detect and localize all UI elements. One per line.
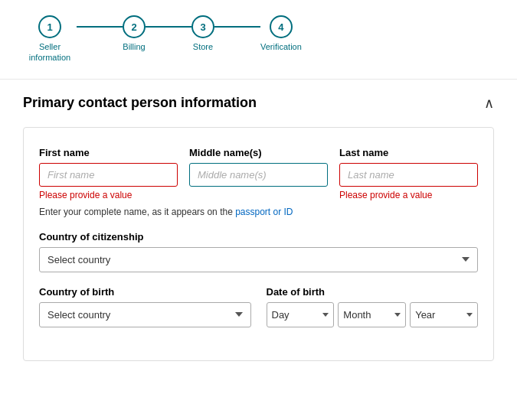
section-title: Primary contact person information — [23, 95, 257, 111]
last-name-label: Last name — [339, 147, 478, 158]
citizenship-group: Country of citizenship Select country — [39, 231, 478, 272]
last-name-group: Last name Please provide a value — [339, 147, 478, 200]
birth-country-label: Country of birth — [39, 286, 251, 298]
collapse-icon[interactable]: ∧ — [484, 95, 494, 112]
first-name-input[interactable] — [39, 163, 178, 187]
first-name-label: First name — [39, 147, 178, 158]
birth-row: Country of birth Select country Date of … — [39, 286, 478, 341]
passport-link[interactable]: passport or ID — [235, 207, 293, 217]
dob-month-select[interactable]: Month — [338, 302, 406, 327]
form-card: First name Please provide a value Middle… — [23, 127, 494, 361]
main-content: Primary contact person information ∧ Fir… — [0, 80, 517, 376]
step-line-3-4 — [214, 26, 260, 28]
first-name-group: First name Please provide a value — [39, 147, 178, 200]
step-line-2-3 — [146, 26, 191, 28]
citizenship-select[interactable]: Select country — [39, 247, 478, 272]
last-name-error: Please provide a value — [339, 190, 478, 200]
page-wrapper: 1 Seller information 2 Billing 3 Store 4… — [0, 0, 517, 420]
middle-name-input[interactable] — [189, 163, 328, 187]
dob-selects: Day Month Year — [267, 302, 479, 327]
citizenship-label: Country of citizenship — [39, 231, 478, 243]
middle-name-label: Middle name(s) — [189, 147, 328, 158]
step-2-circle: 2 — [123, 15, 146, 38]
name-info-text: Enter your complete name, as it appears … — [39, 207, 478, 217]
stepper: 1 Seller information 2 Billing 3 Store 4… — [23, 15, 494, 63]
step-4-label: Verification — [260, 41, 302, 52]
birth-country-select[interactable]: Select country — [39, 302, 251, 327]
dob-year-select[interactable]: Year — [410, 302, 478, 327]
step-line-1-2 — [77, 26, 123, 28]
step-4-circle: 4 — [270, 15, 293, 38]
step-1-circle: 1 — [38, 15, 61, 38]
first-name-error: Please provide a value — [39, 190, 178, 200]
step-3-circle: 3 — [191, 15, 214, 38]
step-1-label: Seller information — [23, 41, 77, 63]
step-2: 2 Billing — [123, 15, 146, 52]
step-4: 4 Verification — [260, 15, 302, 52]
dob-group: Date of birth Day Month Year — [267, 286, 479, 327]
name-fields-row: First name Please provide a value Middle… — [39, 147, 478, 200]
step-2-label: Billing — [123, 41, 145, 52]
step-3-label: Store — [193, 41, 213, 52]
section-header: Primary contact person information ∧ — [23, 95, 494, 112]
dob-day-select[interactable]: Day — [267, 302, 335, 327]
birth-country-group: Country of birth Select country — [39, 286, 251, 327]
dob-label: Date of birth — [267, 286, 479, 298]
last-name-input[interactable] — [339, 163, 478, 187]
step-1: 1 Seller information — [23, 15, 77, 63]
stepper-section: 1 Seller information 2 Billing 3 Store 4… — [0, 0, 517, 80]
middle-name-group: Middle name(s) — [189, 147, 328, 200]
step-3: 3 Store — [191, 15, 214, 52]
